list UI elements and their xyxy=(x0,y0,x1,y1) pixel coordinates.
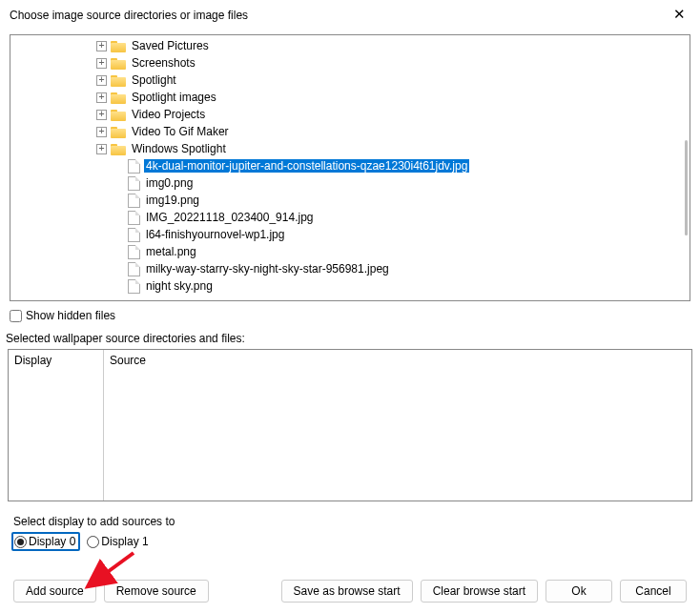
ok-button[interactable]: Ok xyxy=(546,580,612,603)
expand-icon[interactable]: + xyxy=(96,58,107,69)
expand-icon[interactable]: + xyxy=(96,92,107,103)
tree-folder[interactable]: +Video To Gif Maker xyxy=(10,123,690,140)
folder-label: Windows Spotlight xyxy=(130,142,228,155)
file-label: night sky.png xyxy=(144,279,215,293)
file-icon xyxy=(128,245,140,259)
selected-sources-label: Selected wallpaper source directories an… xyxy=(6,332,694,345)
folder-icon xyxy=(111,57,126,70)
folder-icon xyxy=(111,143,126,155)
folder-icon xyxy=(111,74,126,87)
directory-tree[interactable]: +Saved Pictures+Screenshots+Spotlight+Sp… xyxy=(10,34,690,301)
folder-label: Video To Gif Maker xyxy=(130,125,231,138)
file-label: l64-finishyournovel-wp1.jpg xyxy=(144,228,286,241)
tree-folder[interactable]: +Saved Pictures xyxy=(10,37,690,54)
radio-circle-icon xyxy=(87,536,99,548)
radio-circle-icon xyxy=(14,536,27,548)
titlebar: Choose image source directories or image… xyxy=(0,0,700,31)
expand-icon[interactable]: + xyxy=(96,75,107,86)
tree-file[interactable]: img19.png xyxy=(10,192,690,209)
add-source-button[interactable]: Add source xyxy=(13,580,96,603)
folder-label: Screenshots xyxy=(130,56,197,70)
tree-folder[interactable]: +Spotlight images xyxy=(10,89,690,106)
folder-icon xyxy=(111,92,126,104)
file-label: 4k-dual-monitor-jupiter-and-constellatio… xyxy=(144,159,469,173)
radio-label: Display 0 xyxy=(29,535,75,548)
file-icon xyxy=(128,262,140,276)
file-label: milky-way-starry-sky-night-sky-star-9569… xyxy=(144,262,391,276)
expand-icon[interactable]: + xyxy=(96,144,107,154)
tree-file[interactable]: milky-way-starry-sky-night-sky-star-9569… xyxy=(10,260,690,277)
sources-list[interactable]: Display Source xyxy=(8,349,692,501)
tree-folder[interactable]: +Screenshots xyxy=(10,54,690,72)
file-label: img0.png xyxy=(144,176,195,190)
window-title: Choose image source directories or image… xyxy=(10,9,248,22)
close-icon[interactable]: ✕ xyxy=(669,6,689,23)
remove-source-button[interactable]: Remove source xyxy=(104,580,209,603)
expand-icon[interactable]: + xyxy=(96,110,107,120)
tree-scrollbar[interactable] xyxy=(685,140,688,235)
folder-label: Video Projects xyxy=(130,108,207,121)
file-label: IMG_20221118_023400_914.jpg xyxy=(144,211,316,224)
save-browse-start-button[interactable]: Save as browse start xyxy=(281,580,413,603)
tree-file[interactable]: l64-finishyournovel-wp1.jpg xyxy=(10,226,690,243)
folder-label: Spotlight images xyxy=(130,91,218,104)
show-hidden-checkbox[interactable] xyxy=(10,310,22,322)
tree-folder[interactable]: +Video Projects xyxy=(10,106,690,123)
tree-file[interactable]: metal.png xyxy=(10,243,690,260)
column-header-source: Source xyxy=(104,350,691,371)
cancel-button[interactable]: Cancel xyxy=(620,580,687,603)
tree-file[interactable]: 4k-dual-monitor-jupiter-and-constellatio… xyxy=(10,157,690,174)
folder-label: Spotlight xyxy=(130,73,178,87)
file-label: img19.png xyxy=(144,194,201,207)
show-hidden-label: Show hidden files xyxy=(26,309,115,322)
tree-file[interactable]: IMG_20221118_023400_914.jpg xyxy=(10,209,690,226)
radio-label: Display 1 xyxy=(101,535,148,548)
file-icon xyxy=(128,211,140,225)
expand-icon[interactable]: + xyxy=(96,127,107,137)
file-label: metal.png xyxy=(144,245,198,258)
column-header-display: Display xyxy=(9,350,103,371)
file-icon xyxy=(128,159,140,174)
folder-icon xyxy=(111,109,126,121)
select-display-label: Select display to add sources to xyxy=(13,515,687,528)
radio-display-0[interactable]: Display 0 xyxy=(11,532,80,551)
file-icon xyxy=(128,176,140,191)
folder-icon xyxy=(111,126,126,138)
folder-label: Saved Pictures xyxy=(130,39,211,52)
file-icon xyxy=(128,228,140,242)
button-bar: Add source Remove source Save as browse … xyxy=(13,580,687,603)
folder-icon xyxy=(111,40,126,52)
tree-file[interactable]: img0.png xyxy=(10,174,690,192)
tree-folder[interactable]: +Spotlight xyxy=(10,72,690,89)
radio-display-1[interactable]: Display 1 xyxy=(86,534,151,549)
display-radio-group: Display 0 Display 1 xyxy=(11,532,687,551)
tree-folder[interactable]: +Windows Spotlight xyxy=(10,140,690,157)
expand-icon[interactable]: + xyxy=(96,41,107,51)
clear-browse-start-button[interactable]: Clear browse start xyxy=(421,580,538,603)
tree-file[interactable]: night sky.png xyxy=(10,277,690,295)
file-icon xyxy=(128,194,140,208)
file-icon xyxy=(128,279,140,294)
